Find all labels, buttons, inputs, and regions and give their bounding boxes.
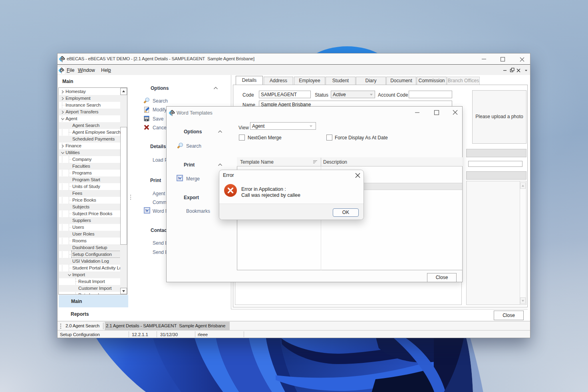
- svg-text:W: W: [145, 208, 149, 213]
- svg-text:W: W: [178, 176, 182, 180]
